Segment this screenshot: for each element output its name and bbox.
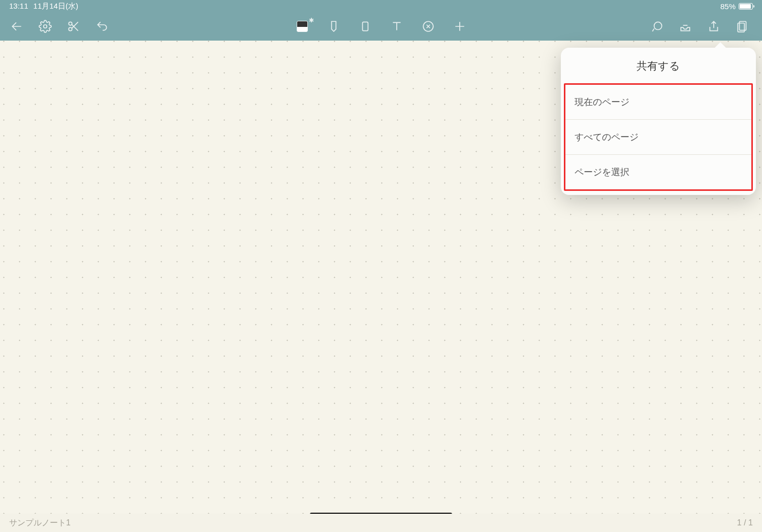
share-button[interactable] — [707, 20, 720, 33]
lasso-button[interactable] — [650, 20, 663, 33]
svg-rect-3 — [363, 22, 368, 30]
share-option-current-page[interactable]: 現在のページ — [565, 85, 751, 119]
undo-button[interactable] — [96, 20, 109, 33]
text-tool-button[interactable] — [390, 20, 403, 33]
battery-icon — [739, 3, 753, 10]
share-option-all-pages[interactable]: すべてのページ — [565, 119, 751, 154]
share-option-select-pages[interactable]: ページを選択 — [565, 154, 751, 189]
status-time: 13:11 — [9, 2, 28, 11]
status-bar: 13:11 11月14日(水) 85% — [0, 0, 762, 12]
share-popover: 共有する 現在のページ すべてのページ ページを選択 — [561, 48, 756, 195]
pages-button[interactable] — [736, 20, 749, 33]
pen-tool-button[interactable] — [327, 20, 340, 33]
battery-percent: 85% — [720, 2, 736, 11]
note-title: サンプルノート1 — [9, 518, 71, 528]
popover-title: 共有する — [561, 48, 756, 83]
bluetooth-icon: ✱ — [309, 17, 314, 24]
settings-button[interactable] — [39, 20, 52, 33]
toolbar: ✱ — [0, 12, 762, 41]
back-button[interactable] — [10, 20, 23, 33]
stylus-device-button[interactable]: ✱ — [296, 20, 309, 33]
status-date: 11月14日(水) — [34, 2, 78, 11]
page-indicator: 1 / 1 — [737, 518, 753, 527]
scissors-button[interactable] — [67, 20, 80, 33]
popover-option-list: 現在のページ すべてのページ ページを選択 — [564, 83, 753, 191]
svg-point-0 — [44, 25, 47, 28]
add-button[interactable] — [453, 20, 466, 33]
svg-point-5 — [654, 22, 662, 29]
eraser-tool-button[interactable] — [359, 20, 372, 33]
tray-button[interactable] — [679, 20, 692, 33]
close-circle-button[interactable] — [422, 20, 435, 33]
bottom-bar: サンプルノート1 1 / 1 — [0, 514, 762, 532]
